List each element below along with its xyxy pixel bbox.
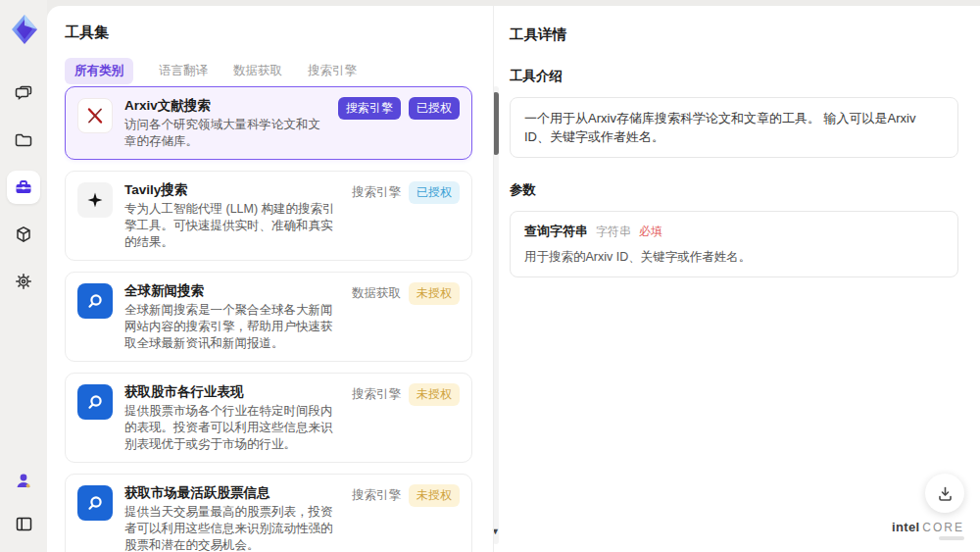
main-canvas: 工具集 所有类别 语言翻译 数据获取 搜索引擎 Arxiv文献搜索 访问各个研究… xyxy=(47,6,980,552)
auth-status-badge: 已授权 xyxy=(409,97,460,120)
folder-icon xyxy=(14,130,33,150)
category-badge: 搜索引擎 xyxy=(338,97,401,120)
tavily-sparkle-icon xyxy=(77,182,113,218)
sidebar-item-chat[interactable] xyxy=(7,76,40,110)
tool-name: Arxiv文献搜索 xyxy=(124,96,328,115)
auth-status-badge: 未授权 xyxy=(409,383,460,406)
core-logo-text: CORE xyxy=(922,521,964,534)
user-icon xyxy=(14,471,33,490)
auth-status-badge: 未授权 xyxy=(409,484,460,507)
tool-detail-panel: 工具详情 工具介绍 一个用于从Arxiv存储库搜索科学论文和文章的工具。 输入可… xyxy=(510,6,958,277)
page-title: 工具集 xyxy=(65,6,476,42)
left-rail xyxy=(0,0,47,552)
tab-data-fetch[interactable]: 数据获取 xyxy=(233,58,282,84)
chat-icon xyxy=(14,83,33,103)
toolset-panel: 工具集 所有类别 语言翻译 数据获取 搜索引擎 Arxiv文献搜索 访问各个研究… xyxy=(65,6,476,552)
tab-language-translation[interactable]: 语言翻译 xyxy=(159,58,208,84)
arxiv-logo-icon xyxy=(77,98,113,133)
tool-description: 访问各个研究领域大量科学论文和文章的存储库。 xyxy=(124,117,328,150)
intel-core-logo: intel CORE xyxy=(892,520,964,540)
auth-status-badge: 未授权 xyxy=(409,282,460,305)
tool-card-global-news[interactable]: 全球新闻搜索 全球新闻搜索是一个聚合全球各大新闻网站内容的搜索引擎，帮助用户快速… xyxy=(65,272,472,362)
stock-search-icon xyxy=(77,485,113,521)
tool-name: 获取市场最活跃股票信息 xyxy=(124,483,342,502)
collapse-panel-button[interactable] xyxy=(7,507,40,540)
tool-description: 全球新闻搜索是一个聚合全球各大新闻网站内容的搜索引擎，帮助用户快速获取全球最新资… xyxy=(124,302,342,352)
tool-list: Arxiv文献搜索 访问各个研究领域大量科学论文和文章的存储库。 搜索引擎 已授… xyxy=(65,86,472,552)
sidebar-item-plugins[interactable] xyxy=(7,218,40,251)
app-logo-icon[interactable] xyxy=(10,14,39,45)
cube-icon xyxy=(14,225,33,244)
category-label: 搜索引擎 xyxy=(352,487,401,504)
param-box: 查询字符串 字符串 必填 用于搜索的Arxiv ID、关键字或作者姓名。 xyxy=(510,211,958,277)
detail-title: 工具详情 xyxy=(510,25,958,44)
param-description: 用于搜索的Arxiv ID、关键字或作者姓名。 xyxy=(524,249,944,266)
tool-description: 专为人工智能代理 (LLM) 构建的搜索引擎工具。可快速提供实时、准确和真实的结… xyxy=(124,201,342,251)
tool-description: 提供股票市场各个行业在特定时间段内的表现。投资者可以利用这些信息来识别表现优于或… xyxy=(124,403,342,453)
params-heading: 参数 xyxy=(510,181,958,199)
category-tabs: 所有类别 语言翻译 数据获取 搜索引擎 xyxy=(65,58,476,84)
tool-description: 提供当天交易量最高的股票列表，投资者可以利用这些信息来识别流动性强的股票和潜在的… xyxy=(124,504,342,552)
param-type: 字符串 xyxy=(596,224,631,240)
gear-icon xyxy=(14,272,33,291)
tool-card-sector-performance[interactable]: 获取股市各行业表现 提供股票市场各个行业在特定时间段内的表现。投资者可以利用这些… xyxy=(65,373,472,463)
param-required-label: 必填 xyxy=(639,224,662,240)
tool-name: Tavily搜索 xyxy=(124,180,342,199)
sidebar-item-tools[interactable] xyxy=(7,171,40,204)
auth-status-badge: 已授权 xyxy=(409,181,460,204)
download-button[interactable] xyxy=(925,474,964,513)
download-icon xyxy=(937,485,954,502)
category-label: 搜索引擎 xyxy=(352,184,401,201)
tool-name: 获取股市各行业表现 xyxy=(124,382,342,401)
toolbox-icon xyxy=(14,177,33,197)
intel-logo-text: intel xyxy=(892,520,919,534)
intro-text: 一个用于从Arxiv存储库搜索科学论文和文章的工具。 输入可以是Arxiv ID… xyxy=(524,109,944,146)
intro-heading: 工具介绍 xyxy=(510,68,958,85)
category-label: 搜索引擎 xyxy=(352,386,401,403)
param-name: 查询字符串 xyxy=(524,223,588,240)
tool-card-most-active-stocks[interactable]: 获取市场最活跃股票信息 提供当天交易量最高的股票列表，投资者可以利用这些信息来识… xyxy=(65,474,472,552)
tab-search-engine[interactable]: 搜索引擎 xyxy=(308,58,357,84)
tool-card-arxiv[interactable]: Arxiv文献搜索 访问各个研究领域大量科学论文和文章的存储库。 搜索引擎 已授… xyxy=(65,86,472,160)
tool-card-tavily[interactable]: Tavily搜索 专为人工智能代理 (LLM) 构建的搜索引擎工具。可快速提供实… xyxy=(65,171,472,261)
tab-all-categories[interactable]: 所有类别 xyxy=(65,58,133,84)
intro-box: 一个用于从Arxiv存储库搜索科学论文和文章的工具。 输入可以是Arxiv ID… xyxy=(510,97,958,158)
stock-search-icon xyxy=(77,384,113,420)
news-search-icon xyxy=(77,283,113,319)
sidebar-item-settings[interactable] xyxy=(7,265,40,298)
brand-accent-bar xyxy=(939,536,964,540)
tool-name: 全球新闻搜索 xyxy=(124,281,342,300)
panel-toggle-icon xyxy=(15,515,33,533)
sidebar-item-files[interactable] xyxy=(7,124,40,157)
panel-divider xyxy=(493,6,494,552)
category-label: 数据获取 xyxy=(352,285,401,302)
user-avatar[interactable] xyxy=(7,464,40,497)
